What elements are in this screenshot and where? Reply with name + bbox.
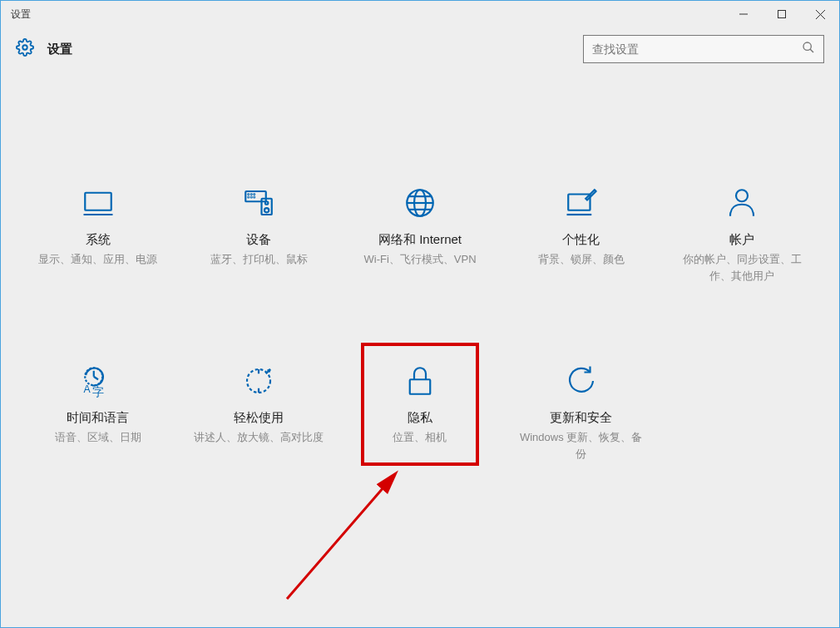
svg-point-15 xyxy=(254,197,255,198)
tile-title: 更新和安全 xyxy=(550,410,612,426)
svg-point-14 xyxy=(251,197,252,198)
tile-ease-of-access[interactable]: 轻松使用 讲述人、放大镜、高对比度 xyxy=(179,357,340,468)
tile-desc: Windows 更新、恢复、备份 xyxy=(515,429,648,462)
search-input[interactable] xyxy=(592,42,802,56)
tile-title: 网络和 Internet xyxy=(378,232,462,248)
svg-line-26 xyxy=(594,190,595,191)
page-title: 设置 xyxy=(47,42,72,57)
svg-point-5 xyxy=(803,42,811,50)
svg-point-27 xyxy=(736,190,748,201)
settings-grid-row1: 系统 显示、通知、应用、电源 设备 蓝牙、打印机、鼠标 xyxy=(17,179,823,290)
tile-desc: Wi-Fi、飞行模式、VPN xyxy=(363,251,476,268)
personalization-icon xyxy=(564,185,599,220)
display-icon xyxy=(81,185,116,220)
svg-rect-1 xyxy=(778,11,786,18)
tile-title: 时间和语言 xyxy=(67,410,129,426)
search-box[interactable] xyxy=(583,35,824,63)
svg-point-11 xyxy=(251,194,252,195)
tile-title: 个性化 xyxy=(562,232,600,248)
svg-point-18 xyxy=(265,201,269,205)
svg-rect-34 xyxy=(410,379,431,394)
globe-icon xyxy=(403,185,437,220)
tile-accounts[interactable]: 帐户 你的帐户、同步设置、工作、其他用户 xyxy=(661,179,823,290)
svg-point-4 xyxy=(22,45,27,50)
person-icon xyxy=(724,185,759,220)
tile-privacy[interactable]: 隐私 位置、相机 xyxy=(339,357,501,468)
tile-update-security[interactable]: 更新和安全 Windows 更新、恢复、备份 xyxy=(501,357,662,468)
tile-desc: 你的帐户、同步设置、工作、其他用户 xyxy=(675,251,808,284)
tile-network[interactable]: 网络和 Internet Wi-Fi、飞行模式、VPN xyxy=(339,179,501,290)
lock-icon xyxy=(403,363,437,398)
tile-time-language[interactable]: A 字 时间和语言 语音、区域、日期 xyxy=(17,357,179,468)
tile-desc: 位置、相机 xyxy=(393,429,447,446)
svg-line-30 xyxy=(94,377,98,380)
tile-title: 系统 xyxy=(86,232,111,248)
update-icon xyxy=(564,363,599,398)
tile-desc: 语音、区域、日期 xyxy=(55,429,141,446)
tile-desc: 讲述人、放大镜、高对比度 xyxy=(194,429,324,446)
tile-title: 设备 xyxy=(246,232,271,248)
tile-title: 帐户 xyxy=(729,232,754,248)
svg-point-12 xyxy=(254,194,255,195)
svg-point-17 xyxy=(264,208,269,212)
window-title: 设置 xyxy=(11,7,31,22)
tile-devices[interactable]: 设备 蓝牙、打印机、鼠标 xyxy=(179,179,340,290)
settings-window: 设置 设置 xyxy=(0,0,840,628)
header: 设置 xyxy=(1,27,839,71)
svg-rect-7 xyxy=(85,193,111,210)
tile-title: 隐私 xyxy=(408,410,432,426)
minimize-button[interactable] xyxy=(724,1,763,27)
devices-icon xyxy=(241,185,276,220)
svg-point-13 xyxy=(249,197,250,198)
content-area: 系统 显示、通知、应用、电源 设备 蓝牙、打印机、鼠标 xyxy=(1,71,839,627)
gear-icon xyxy=(16,38,34,60)
svg-text:字: 字 xyxy=(92,385,104,398)
window-controls xyxy=(724,1,839,27)
search-icon xyxy=(802,41,815,57)
tile-desc: 蓝牙、打印机、鼠标 xyxy=(210,251,308,268)
ease-of-access-icon xyxy=(241,363,276,398)
settings-grid-row2: A 字 时间和语言 语音、区域、日期 轻松使用 讲述人、放大镜、高对比度 xyxy=(17,357,823,468)
svg-text:A: A xyxy=(83,383,91,395)
tile-title: 轻松使用 xyxy=(234,410,284,426)
close-button[interactable] xyxy=(801,1,839,27)
svg-point-10 xyxy=(249,194,250,195)
tile-personalization[interactable]: 个性化 背景、锁屏、颜色 xyxy=(501,179,662,290)
tile-desc: 背景、锁屏、颜色 xyxy=(538,251,625,268)
time-language-icon: A 字 xyxy=(81,363,116,398)
tile-desc: 显示、通知、应用、电源 xyxy=(38,251,157,268)
titlebar: 设置 xyxy=(1,1,839,27)
maximize-button[interactable] xyxy=(763,1,801,27)
tile-system[interactable]: 系统 显示、通知、应用、电源 xyxy=(17,179,179,290)
svg-line-6 xyxy=(810,49,813,52)
